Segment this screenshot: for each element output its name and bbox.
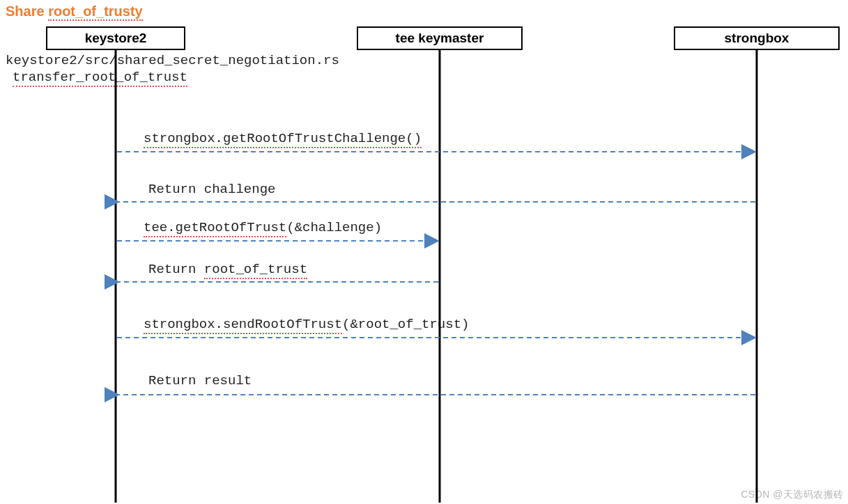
watermark: CSDN @天选码农搬砖 <box>741 489 844 501</box>
msg-6-label: Return result <box>148 373 252 388</box>
msg-2-label: Return challenge <box>148 182 275 197</box>
msg-4-text-b: root_of_trust <box>204 262 307 279</box>
title-prefix: Share <box>6 3 48 19</box>
msg-5-text-b: (&root_of_trust) <box>342 317 469 332</box>
lifeline-strongbox-label: strongbox <box>725 31 789 45</box>
lifeline-keystore2: keystore2 <box>46 26 185 50</box>
lifeline-tee: tee keymaster <box>357 26 523 50</box>
msg-5-label: strongbox.sendRootOfTrust(&root_of_trust… <box>144 317 469 332</box>
msg-4-text-a: Return <box>148 262 204 277</box>
note-func: transfer_root_of_trust <box>13 70 187 85</box>
diagram-title: Share root_of_trusty <box>6 3 143 19</box>
msg-5-text-a: strongbox.sendRootOfTrust <box>144 317 342 334</box>
msg-3-text-b: (&challenge) <box>286 220 382 235</box>
msg-3-text-a: tee.getRootOfTrust <box>144 220 286 237</box>
lifeline-keystore2-label: keystore2 <box>85 31 147 45</box>
lifeline-strongbox: strongbox <box>674 26 840 50</box>
msg-3-label: tee.getRootOfTrust(&challenge) <box>144 220 382 235</box>
note-file: keystore2/src/shared_secret_negotiation.… <box>6 53 339 68</box>
msg-1-text: strongbox.getRootOfTrustChallenge() <box>144 131 422 148</box>
lifeline-tee-label: tee keymaster <box>396 31 484 45</box>
msg-1-label: strongbox.getRootOfTrustChallenge() <box>144 131 422 146</box>
note-func-text: transfer_root_of_trust <box>13 70 187 87</box>
title-root: root_of_trusty <box>48 3 143 21</box>
msg-4-label: Return root_of_trust <box>148 262 307 277</box>
